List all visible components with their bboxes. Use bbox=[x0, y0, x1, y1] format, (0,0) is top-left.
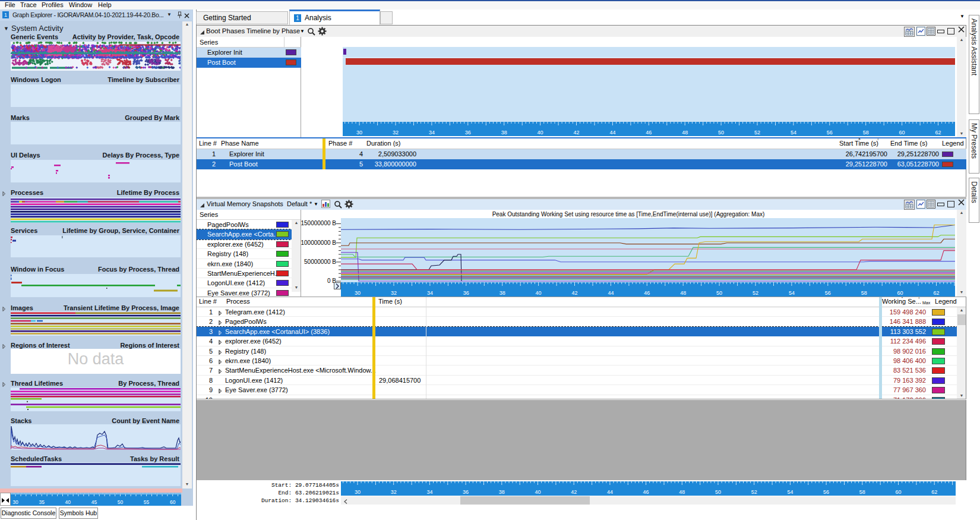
svg-text:62: 62 bbox=[935, 130, 941, 135]
svg-text:42: 42 bbox=[571, 290, 577, 296]
svg-text:50: 50 bbox=[718, 130, 724, 135]
svg-text:62: 62 bbox=[931, 489, 937, 495]
svg-text:50: 50 bbox=[715, 489, 721, 495]
svg-text:54: 54 bbox=[789, 290, 795, 296]
svg-text:30: 30 bbox=[12, 499, 18, 505]
svg-text:42: 42 bbox=[573, 130, 579, 135]
svg-text:54: 54 bbox=[791, 130, 796, 135]
svg-text:44: 44 bbox=[608, 290, 614, 296]
svg-text:60: 60 bbox=[895, 489, 901, 495]
svg-text:56: 56 bbox=[823, 489, 829, 495]
svg-text:52: 52 bbox=[754, 130, 760, 135]
svg-text:40: 40 bbox=[65, 499, 71, 505]
svg-text:56: 56 bbox=[825, 290, 831, 296]
svg-text:34: 34 bbox=[429, 130, 435, 135]
svg-text:54: 54 bbox=[787, 489, 793, 495]
svg-text:38: 38 bbox=[500, 290, 505, 296]
svg-text:60: 60 bbox=[899, 130, 905, 135]
svg-text:48: 48 bbox=[680, 290, 686, 296]
svg-text:46: 46 bbox=[644, 290, 650, 296]
svg-text:48: 48 bbox=[679, 489, 685, 495]
svg-text:30: 30 bbox=[355, 489, 361, 495]
svg-text:58: 58 bbox=[861, 290, 867, 296]
svg-text:30: 30 bbox=[355, 290, 361, 296]
svg-text:60: 60 bbox=[897, 290, 903, 296]
svg-text:36: 36 bbox=[463, 290, 469, 296]
svg-text:46: 46 bbox=[643, 489, 649, 495]
svg-text:52: 52 bbox=[751, 489, 757, 495]
svg-text:50: 50 bbox=[716, 290, 722, 296]
svg-text:38: 38 bbox=[501, 130, 507, 135]
svg-text:32: 32 bbox=[393, 130, 399, 135]
svg-text:62: 62 bbox=[933, 290, 939, 296]
svg-text:52: 52 bbox=[753, 290, 758, 296]
svg-text:32: 32 bbox=[391, 489, 397, 495]
svg-text:60: 60 bbox=[170, 499, 176, 505]
svg-text:36: 36 bbox=[465, 130, 471, 135]
svg-text:56: 56 bbox=[827, 130, 833, 135]
svg-text:36: 36 bbox=[463, 489, 469, 495]
svg-text:40: 40 bbox=[535, 489, 540, 495]
svg-text:30: 30 bbox=[356, 130, 362, 135]
svg-text:38: 38 bbox=[499, 489, 505, 495]
svg-text:58: 58 bbox=[859, 489, 865, 495]
svg-text:50: 50 bbox=[118, 499, 124, 505]
svg-text:46: 46 bbox=[646, 130, 652, 135]
svg-text:55: 55 bbox=[144, 499, 150, 505]
svg-text:48: 48 bbox=[682, 130, 688, 135]
svg-text:44: 44 bbox=[607, 489, 613, 495]
svg-text:42: 42 bbox=[571, 489, 577, 495]
svg-text:34: 34 bbox=[426, 489, 432, 495]
svg-text:34: 34 bbox=[427, 290, 433, 296]
svg-text:44: 44 bbox=[609, 130, 615, 135]
svg-text:45: 45 bbox=[91, 499, 97, 505]
svg-text:32: 32 bbox=[391, 290, 397, 296]
svg-text:58: 58 bbox=[863, 130, 869, 135]
svg-text:40: 40 bbox=[538, 130, 543, 135]
svg-text:40: 40 bbox=[536, 290, 542, 296]
svg-text:35: 35 bbox=[39, 499, 45, 505]
